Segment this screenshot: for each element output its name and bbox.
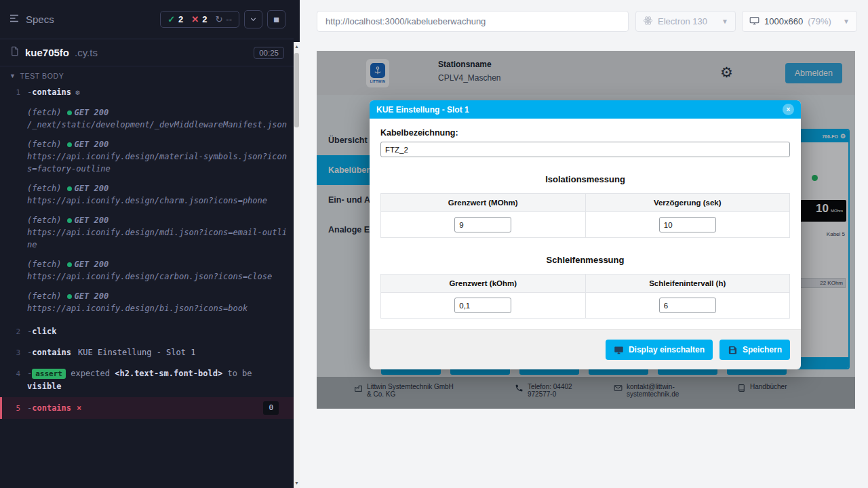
viewport-select[interactable]: 1000x660 (79%) ▼	[742, 11, 857, 32]
spec-extension: .cy.ts	[75, 47, 98, 58]
electron-icon	[643, 16, 653, 28]
stat-failed: ✕ 2	[191, 14, 207, 24]
specs-label: Specs	[26, 14, 54, 25]
save-button[interactable]: Speichern	[719, 340, 790, 360]
command-argument: KUE Einstellung - Slot 1	[78, 348, 195, 357]
reporter-controls: Specs ✓ 2 ✕ 2 ↻ -- ◼	[0, 0, 294, 39]
fetch-url: https://api.iconify.design/carbon.json?i…	[27, 270, 287, 283]
stop-icon: ◼	[273, 15, 279, 24]
check-icon: ✓	[167, 14, 175, 24]
kue-settings-modal: KUE Einstellung - Slot 1 × Kabelbezeichn…	[370, 100, 801, 365]
fetch-log[interactable]: (fetch)GET 200 https://api.iconify.desig…	[27, 182, 287, 207]
specs-nav[interactable]: Specs	[8, 12, 54, 26]
monitor-icon	[614, 345, 624, 355]
command-number: 4	[0, 367, 27, 392]
command-row-contains-2[interactable]: 3 -containsKUE Einstellung - Slot 1	[0, 344, 294, 361]
command-row-contains-1[interactable]: 1 -contains⚙ (fetch)GET 200 /_next/stati…	[0, 84, 294, 317]
fetch-log[interactable]: (fetch)GET 200 https://api.iconify.desig…	[27, 258, 287, 283]
column-header: Schleifenintervall (h)	[585, 274, 790, 293]
x-icon: ✕	[191, 14, 199, 24]
save-icon	[728, 345, 738, 355]
runner-main-panel: http://localhost:3000/kabelueberwachung …	[300, 0, 868, 488]
chevron-down-icon: ▼	[9, 73, 16, 79]
stat-passed: ✓ 2	[167, 14, 183, 24]
fetch-url: https://api.iconify.design/bi.json?icons…	[27, 302, 287, 314]
status-dot-icon	[67, 142, 72, 147]
column-header: Grenzwert (kOhm)	[381, 274, 586, 293]
browser-select[interactable]: Electron 130 ▼	[635, 11, 736, 32]
command-row-assert[interactable]: 4 -assert expected <h2.text-sm.font-bold…	[0, 365, 294, 394]
cable-name-input[interactable]	[380, 142, 790, 157]
assert-selector: <h2.text-sm.font-bold>	[115, 369, 222, 378]
isolation-table: Grenzwert (MOhm) Verzögerung (sek)	[380, 193, 790, 238]
fetch-url: /_next/static/development/_devMiddleware…	[27, 119, 287, 131]
fail-x-icon: ×	[77, 402, 81, 414]
fetch-url: https://api.iconify.design/charm.json?ic…	[27, 195, 287, 207]
fetch-log[interactable]: (fetch)GET 200 https://api.iconify.desig…	[27, 290, 287, 314]
specs-menu-icon	[8, 12, 20, 26]
scroll-down-arrow[interactable]: ▼	[294, 479, 300, 488]
test-body-toggle[interactable]: ▼ TEST BODY	[0, 66, 294, 84]
status-dot-icon	[67, 186, 72, 191]
column-header: Verzögerung (sek)	[585, 194, 790, 212]
assert-badge: assert	[32, 369, 66, 379]
modal-footer: Display einschalten Speichern	[370, 329, 801, 369]
options-gear-icon: ⚙	[75, 88, 80, 97]
status-dot-icon	[67, 218, 72, 223]
url-bar[interactable]: http://localhost:3000/kabelueberwachung	[317, 11, 629, 32]
cable-name-label: Kabelbezeichnung:	[380, 128, 790, 138]
refresh-icon: ↻	[215, 14, 222, 24]
test-stats: ✓ 2 ✕ 2 ↻ --	[160, 11, 239, 28]
scrollbar-thumb[interactable]	[294, 53, 299, 127]
fetch-log[interactable]: (fetch)GET 200 https://api.iconify.desig…	[27, 138, 287, 175]
stop-button[interactable]: ◼	[267, 10, 285, 28]
stat-pending: ↻ --	[215, 14, 232, 24]
fetch-log[interactable]: (fetch)GET 200 https://api.iconify.desig…	[27, 214, 287, 251]
spec-header[interactable]: kue705fo .cy.ts 00:25	[0, 39, 294, 66]
modal-header: KUE Einstellung - Slot 1 ×	[370, 100, 801, 119]
command-row-contains-failed[interactable]: 5 -contains × 0	[0, 397, 294, 419]
command-number: 3	[0, 346, 27, 359]
chevron-down-icon: ▼	[843, 18, 850, 25]
reporter-scrollbar[interactable]: ▲ ▼	[294, 0, 300, 488]
isolation-limit-input[interactable]	[454, 217, 511, 232]
close-icon[interactable]: ×	[783, 104, 794, 115]
display-on-button[interactable]: Display einschalten	[606, 340, 713, 360]
schleifen-limit-input[interactable]	[454, 298, 511, 313]
cypress-reporter: Specs ✓ 2 ✕ 2 ↻ -- ◼	[0, 0, 294, 488]
command-number: 1	[0, 86, 27, 314]
isolation-delay-input[interactable]	[659, 217, 716, 232]
status-dot-icon	[67, 110, 72, 115]
schleifen-table: Grenzwert (kOhm) Schleifenintervall (h)	[380, 274, 790, 319]
command-number: 5	[2, 402, 27, 415]
chevron-down-icon	[249, 15, 258, 24]
command-log: 1 -contains⚙ (fetch)GET 200 /_next/stati…	[0, 84, 294, 419]
status-dot-icon	[67, 262, 72, 267]
command-name: contains	[32, 402, 71, 414]
browser-name: Electron 130	[658, 16, 707, 26]
fetch-url: https://api.iconify.design/mdi.json?icon…	[27, 226, 287, 251]
document-icon	[9, 46, 20, 59]
command-row-click[interactable]: 2 -click	[0, 323, 294, 340]
viewport-zoom: (79%)	[808, 16, 831, 26]
column-header: Grenzwert (MOhm)	[381, 194, 586, 212]
fetch-log[interactable]: (fetch)GET 200 /_next/static/development…	[27, 106, 287, 131]
command-name: contains	[32, 348, 71, 357]
section-title-schleife: Schleifenmessung	[380, 255, 790, 265]
modal-title: KUE Einstellung - Slot 1	[376, 105, 469, 115]
command-number: 2	[0, 325, 27, 338]
scroll-up-arrow[interactable]: ▲	[294, 42, 300, 52]
section-title-isolation: Isolationsmessung	[380, 174, 790, 184]
spec-timer: 00:25	[254, 47, 284, 59]
command-name: click	[32, 327, 56, 336]
retry-count-badge: 0	[263, 401, 279, 415]
chevron-down-icon: ▼	[722, 18, 728, 25]
schleifen-interval-input[interactable]	[659, 298, 716, 313]
fetch-url: https://api.iconify.design/material-symb…	[27, 150, 287, 175]
command-name: contains	[32, 87, 71, 97]
viewport-size: 1000x660	[764, 16, 803, 26]
test-body-label: TEST BODY	[20, 72, 64, 80]
monitor-icon	[749, 16, 760, 28]
collapse-all-button[interactable]	[244, 10, 262, 28]
spec-name: kue705fo	[25, 47, 69, 58]
